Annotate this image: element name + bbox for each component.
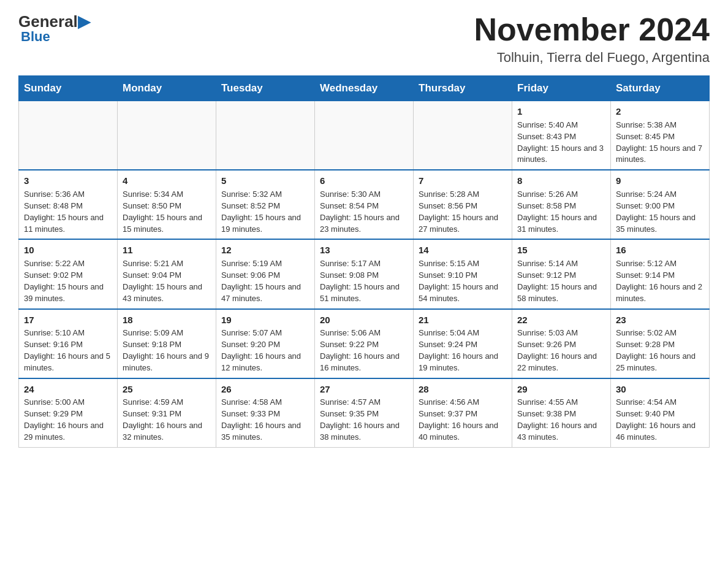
day-number: 9 [616, 174, 704, 188]
day-number: 30 [616, 383, 704, 396]
calendar-week-row: 17Sunrise: 5:10 AMSunset: 9:16 PMDayligh… [19, 309, 710, 378]
day-info: Sunset: 8:58 PM [517, 201, 605, 212]
day-info: Daylight: 16 hours and 12 minutes. [221, 351, 309, 374]
day-info: Daylight: 16 hours and 29 minutes. [24, 420, 112, 443]
title-block: November 2024 Tolhuin, Tierra del Fuego,… [474, 12, 710, 66]
day-info: Sunrise: 5:28 AM [419, 189, 507, 201]
day-info: Sunset: 9:10 PM [419, 270, 507, 282]
weekday-header-thursday: Thursday [414, 76, 512, 101]
day-number: 12 [221, 243, 309, 257]
day-info: Daylight: 16 hours and 43 minutes. [517, 420, 605, 443]
calendar-cell: 13Sunrise: 5:17 AMSunset: 9:08 PMDayligh… [315, 239, 414, 308]
day-info: Sunset: 9:06 PM [221, 270, 309, 282]
day-info: Sunrise: 5:14 AM [517, 258, 605, 270]
weekday-header-tuesday: Tuesday [216, 76, 315, 101]
day-info: Daylight: 16 hours and 19 minutes. [419, 351, 507, 374]
logo: General ▶ Blue [18, 12, 90, 45]
day-number: 7 [419, 174, 507, 188]
weekday-header-sunday: Sunday [19, 76, 118, 101]
day-info: Daylight: 16 hours and 25 minutes. [616, 351, 704, 374]
calendar-cell [118, 101, 216, 170]
day-info: Sunset: 9:38 PM [517, 408, 605, 420]
calendar-cell: 15Sunrise: 5:14 AMSunset: 9:12 PMDayligh… [512, 239, 611, 308]
day-number: 6 [320, 174, 408, 188]
day-info: Sunset: 9:40 PM [616, 408, 704, 420]
day-info: Daylight: 15 hours and 58 minutes. [517, 282, 605, 305]
day-info: Sunset: 9:20 PM [221, 339, 309, 351]
day-number: 27 [320, 383, 408, 396]
day-info: Sunset: 8:45 PM [616, 131, 704, 143]
calendar-cell: 12Sunrise: 5:19 AMSunset: 9:06 PMDayligh… [216, 239, 315, 308]
day-info: Sunset: 9:18 PM [123, 339, 211, 351]
day-info: Sunrise: 5:19 AM [221, 258, 309, 270]
day-info: Sunset: 8:48 PM [24, 201, 112, 212]
day-number: 13 [320, 243, 408, 257]
day-info: Sunrise: 5:03 AM [517, 327, 605, 339]
day-info: Sunrise: 5:38 AM [616, 120, 704, 131]
day-info: Sunset: 8:54 PM [320, 201, 408, 212]
day-number: 5 [221, 174, 309, 188]
calendar-cell: 5Sunrise: 5:32 AMSunset: 8:52 PMDaylight… [216, 170, 315, 239]
day-number: 14 [419, 243, 507, 257]
calendar-cell: 28Sunrise: 4:56 AMSunset: 9:37 PMDayligh… [414, 378, 512, 448]
day-number: 10 [24, 243, 112, 257]
day-info: Daylight: 15 hours and 15 minutes. [123, 212, 211, 236]
day-info: Daylight: 15 hours and 51 minutes. [320, 282, 408, 305]
day-info: Sunrise: 5:15 AM [419, 258, 507, 270]
day-info: Sunrise: 5:04 AM [419, 327, 507, 339]
calendar-cell: 14Sunrise: 5:15 AMSunset: 9:10 PMDayligh… [414, 239, 512, 308]
calendar-cell: 11Sunrise: 5:21 AMSunset: 9:04 PMDayligh… [118, 239, 216, 308]
day-info: Daylight: 16 hours and 35 minutes. [221, 420, 309, 443]
day-info: Sunrise: 5:30 AM [320, 189, 408, 201]
day-info: Daylight: 15 hours and 11 minutes. [24, 212, 112, 236]
calendar-cell: 29Sunrise: 4:55 AMSunset: 9:38 PMDayligh… [512, 378, 611, 448]
day-info: Sunset: 9:35 PM [320, 408, 408, 420]
day-number: 15 [517, 243, 605, 257]
day-info: Daylight: 15 hours and 43 minutes. [123, 282, 211, 305]
day-number: 18 [123, 313, 211, 327]
day-info: Sunset: 9:08 PM [320, 270, 408, 282]
weekday-header-row: SundayMondayTuesdayWednesdayThursdayFrid… [19, 76, 710, 101]
day-info: Sunrise: 5:06 AM [320, 327, 408, 339]
day-info: Sunrise: 5:07 AM [221, 327, 309, 339]
calendar-cell: 10Sunrise: 5:22 AMSunset: 9:02 PMDayligh… [19, 239, 118, 308]
calendar-week-row: 10Sunrise: 5:22 AMSunset: 9:02 PMDayligh… [19, 239, 710, 308]
day-number: 26 [221, 383, 309, 396]
calendar-cell: 16Sunrise: 5:12 AMSunset: 9:14 PMDayligh… [611, 239, 710, 308]
day-info: Daylight: 15 hours and 27 minutes. [419, 212, 507, 236]
calendar-cell: 8Sunrise: 5:26 AMSunset: 8:58 PMDaylight… [512, 170, 611, 239]
day-number: 16 [616, 243, 704, 257]
day-number: 4 [123, 174, 211, 188]
day-number: 1 [517, 105, 605, 118]
day-info: Sunset: 9:29 PM [24, 408, 112, 420]
day-info: Daylight: 15 hours and 47 minutes. [221, 282, 309, 305]
day-info: Sunset: 9:04 PM [123, 270, 211, 282]
calendar-cell: 21Sunrise: 5:04 AMSunset: 9:24 PMDayligh… [414, 309, 512, 378]
day-number: 25 [123, 383, 211, 396]
calendar-cell [414, 101, 512, 170]
day-info: Sunrise: 4:57 AM [320, 397, 408, 408]
day-number: 2 [616, 105, 704, 118]
day-info: Sunrise: 5:12 AM [616, 258, 704, 270]
weekday-header-saturday: Saturday [611, 76, 710, 101]
day-info: Sunrise: 5:26 AM [517, 189, 605, 201]
calendar-cell: 3Sunrise: 5:36 AMSunset: 8:48 PMDaylight… [19, 170, 118, 239]
day-info: Sunset: 9:22 PM [320, 339, 408, 351]
day-number: 21 [419, 313, 507, 327]
day-info: Sunset: 9:28 PM [616, 339, 704, 351]
day-info: Daylight: 16 hours and 9 minutes. [123, 351, 211, 374]
logo-blue-text: Blue [21, 29, 50, 45]
day-info: Daylight: 16 hours and 16 minutes. [320, 351, 408, 374]
day-info: Sunset: 9:37 PM [419, 408, 507, 420]
day-info: Sunrise: 5:34 AM [123, 189, 211, 201]
day-info: Daylight: 16 hours and 46 minutes. [616, 420, 704, 443]
day-info: Sunrise: 4:59 AM [123, 397, 211, 408]
day-number: 8 [517, 174, 605, 188]
day-info: Sunrise: 5:22 AM [24, 258, 112, 270]
day-info: Daylight: 15 hours and 3 minutes. [517, 143, 605, 166]
calendar-cell: 19Sunrise: 5:07 AMSunset: 9:20 PMDayligh… [216, 309, 315, 378]
day-info: Sunset: 9:24 PM [419, 339, 507, 351]
calendar-cell: 18Sunrise: 5:09 AMSunset: 9:18 PMDayligh… [118, 309, 216, 378]
day-info: Daylight: 15 hours and 7 minutes. [616, 143, 704, 166]
calendar-cell [19, 101, 118, 170]
